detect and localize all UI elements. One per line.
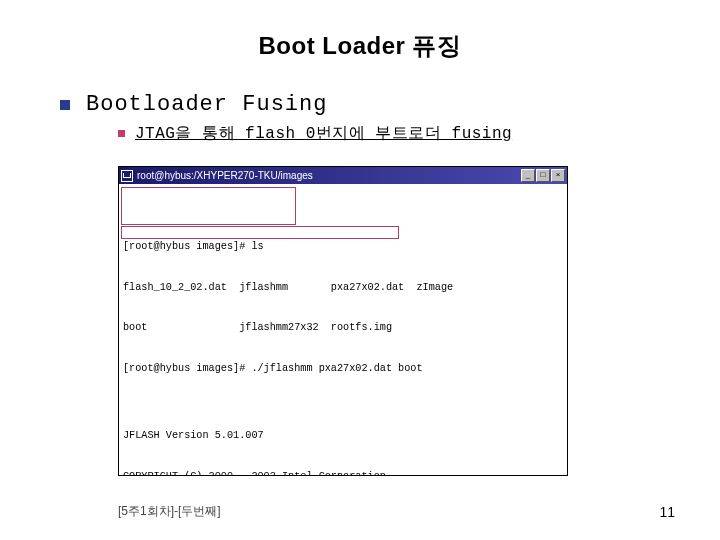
maximize-button[interactable]: □ (536, 169, 550, 182)
window-title: root@hybus:/XHYPER270-TKU/images (137, 170, 521, 181)
level2-text: JTAG을 통해 flash 0번지에 부트로더 fusing (135, 123, 512, 144)
bullet-level1: Bootloader Fusing (60, 92, 720, 117)
window-titlebar: root@hybus:/XHYPER270-TKU/images _ □ × (119, 167, 567, 184)
terminal-line: [root@hybus images]# ls (123, 240, 563, 254)
slide-title: Boot Loader 퓨징 (0, 30, 720, 62)
terminal-window: root@hybus:/XHYPER270-TKU/images _ □ × [… (118, 166, 568, 476)
terminal-line: flash_10_2_02.dat jflashmm pxa27x02.dat … (123, 281, 563, 295)
bullet-level2: JTAG을 통해 flash 0번지에 부트로더 fusing (118, 123, 720, 144)
highlight-box-1 (121, 187, 296, 225)
terminal-output: [root@hybus images]# ls flash_10_2_02.da… (119, 184, 567, 475)
terminal-line: JFLASH Version 5.01.007 (123, 429, 563, 443)
highlight-box-2 (121, 226, 399, 239)
terminal-line: COPYRIGHT (C) 2000 - 2003 Intel Corporat… (123, 470, 563, 476)
square-bullet-icon (60, 100, 70, 110)
footer-label: [5주1회차]-[두번째] (118, 503, 221, 520)
window-controls: _ □ × (521, 169, 565, 182)
square-bullet-small-icon (118, 130, 125, 137)
terminal-line: [root@hybus images]# ./jflashmm pxa27x02… (123, 362, 563, 376)
page-number: 11 (659, 504, 675, 520)
minimize-button[interactable]: _ (521, 169, 535, 182)
terminal-line: boot jflashmm27x32 rootfs.img (123, 321, 563, 335)
terminal-icon (121, 170, 133, 182)
level1-text: Bootloader Fusing (86, 92, 327, 117)
close-button[interactable]: × (551, 169, 565, 182)
